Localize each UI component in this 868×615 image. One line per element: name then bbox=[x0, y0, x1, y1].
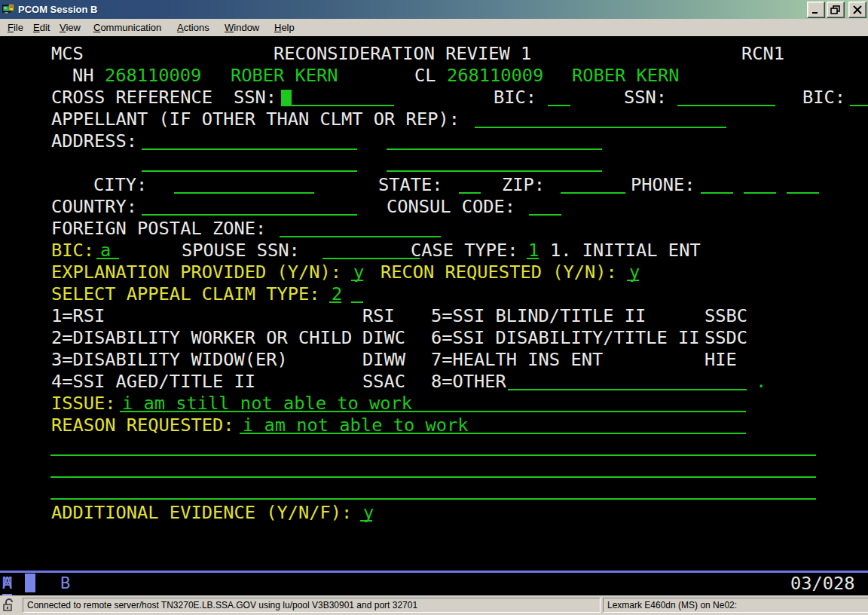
connection-status: Connected to remote server/host TN3270E.… bbox=[23, 598, 601, 613]
input-field-underline[interactable] bbox=[329, 301, 341, 303]
screen-label: CITY: bbox=[93, 174, 147, 196]
input-field-underline[interactable] bbox=[281, 105, 394, 106]
close-button[interactable] bbox=[848, 2, 866, 18]
status-bar: Connected to remote server/host TN3270E.… bbox=[0, 595, 868, 615]
app-icon bbox=[2, 4, 14, 16]
screen-label: STATE: bbox=[378, 174, 443, 196]
screen-label: 5=SSI BLIND/TITLE II bbox=[431, 305, 646, 327]
close-icon bbox=[852, 5, 863, 14]
input-field-underline[interactable] bbox=[475, 127, 726, 128]
screen-label: EXPLANATION PROVIDED (Y/N): bbox=[51, 262, 341, 283]
screen-label: SSBC bbox=[704, 305, 747, 327]
screen-label: SSDC bbox=[704, 327, 747, 349]
screen-label: BIC: bbox=[494, 87, 536, 109]
input-field-underline[interactable] bbox=[387, 170, 602, 172]
screen-label: CASE TYPE: bbox=[411, 240, 518, 262]
operator-information-area: MA B 03/028 bbox=[0, 573, 868, 595]
security-padlock-icon bbox=[2, 598, 17, 612]
input-field-underline[interactable] bbox=[387, 148, 602, 150]
oia-cursor-position: 03/028 bbox=[790, 573, 855, 594]
screen-label: SSN: bbox=[624, 87, 667, 109]
field-value: . bbox=[756, 371, 766, 393]
menu-actions[interactable]: Actions bbox=[176, 21, 211, 34]
menu-help[interactable]: Help bbox=[273, 21, 296, 34]
minimize-icon bbox=[811, 5, 821, 14]
input-field-underline[interactable] bbox=[240, 433, 746, 434]
field-value: ROBER KERN bbox=[572, 65, 680, 87]
screen-label: 8=OTHER bbox=[431, 371, 506, 393]
input-field-underline[interactable] bbox=[527, 258, 539, 259]
screen-label: FOREIGN POSTAL ZONE: bbox=[51, 218, 266, 240]
screen-label: SELECT APPEAL CLAIM TYPE: bbox=[51, 283, 320, 305]
screen-label: 4=SSI AGED/TITLE II bbox=[51, 371, 255, 393]
restore-button[interactable] bbox=[827, 2, 845, 18]
minimize-button[interactable] bbox=[807, 2, 825, 18]
input-field-underline[interactable] bbox=[142, 170, 357, 172]
screen-label: MCS bbox=[51, 43, 84, 65]
input-field-underline[interactable] bbox=[508, 389, 747, 390]
pcomm-window: { "window": { "title": "PCOM Session B" … bbox=[0, 0, 868, 615]
screen-label: HIE bbox=[704, 349, 737, 371]
input-field-underline[interactable] bbox=[787, 192, 819, 194]
screen-label: REASON REQUESTED: bbox=[51, 415, 234, 436]
input-field-underline[interactable] bbox=[701, 192, 733, 194]
menu-window[interactable]: Window bbox=[223, 21, 261, 34]
screen-label: SSAC bbox=[362, 371, 405, 393]
menu-view[interactable]: View bbox=[58, 21, 82, 34]
screen-label: BIC: bbox=[51, 240, 94, 262]
input-field-underline[interactable] bbox=[142, 148, 357, 150]
oia-session-letter: B bbox=[60, 573, 70, 594]
menu-bar: FileEditViewCommunicationActionsWindowHe… bbox=[0, 19, 868, 36]
input-field-underline[interactable] bbox=[322, 258, 420, 259]
input-field-underline[interactable] bbox=[50, 476, 816, 478]
terminal-screen[interactable]: MA B 03/028 MCSRECONSIDERATION REVIEW 1R… bbox=[0, 36, 868, 595]
input-field-underline[interactable] bbox=[351, 301, 363, 303]
oia-keyboard-lock-block bbox=[25, 574, 35, 592]
screen-label: SSN: bbox=[234, 87, 277, 109]
input-field-underline[interactable] bbox=[142, 214, 357, 216]
menu-communication[interactable]: Communication bbox=[92, 21, 163, 34]
text-cursor bbox=[281, 90, 292, 106]
screen-label: CL bbox=[414, 65, 436, 87]
screen-label: CROSS REFERENCE bbox=[51, 87, 212, 109]
screen-label: 6=SSI DISABILITY/TITLE II bbox=[431, 327, 700, 349]
screen-label: ADDITIONAL EVIDENCE (Y/N/F): bbox=[51, 502, 352, 524]
menu-edit[interactable]: Edit bbox=[32, 21, 51, 34]
screen-label: 7=HEALTH INS ENT bbox=[431, 349, 603, 371]
screen-label: 1. INITIAL ENT bbox=[550, 240, 701, 262]
input-field-underline[interactable] bbox=[548, 105, 570, 106]
field-value: 268110009 bbox=[447, 65, 543, 87]
input-field-underline[interactable] bbox=[280, 236, 441, 237]
title-bar[interactable]: PCOM Session B bbox=[0, 0, 868, 19]
screen-label: BIC: bbox=[802, 87, 845, 109]
window-title: PCOM Session B bbox=[18, 4, 807, 15]
screen-title: RECONSIDERATION REVIEW 1 bbox=[274, 43, 531, 65]
screen-label: COUNTRY: bbox=[51, 196, 137, 218]
screen-label: 1=RSI bbox=[51, 305, 105, 327]
screen-label: CONSUL CODE: bbox=[387, 196, 515, 218]
screen-label: 2=DISABILITY WORKER OR CHILD bbox=[51, 327, 352, 349]
menu-file[interactable]: File bbox=[6, 21, 25, 34]
restore-icon bbox=[830, 5, 841, 14]
input-field-underline[interactable] bbox=[529, 214, 561, 216]
input-field-underline[interactable] bbox=[50, 454, 816, 456]
input-field-underline[interactable] bbox=[850, 105, 868, 106]
screen-label: SPOUSE SSN: bbox=[182, 240, 300, 262]
screen-label: APPELLANT (IF OTHER THAN CLMT OR REP): bbox=[51, 109, 460, 130]
screen-label: DIWC bbox=[362, 327, 405, 349]
input-field-underline[interactable] bbox=[360, 520, 372, 522]
input-field-underline[interactable] bbox=[459, 192, 481, 194]
input-field-underline[interactable] bbox=[96, 258, 119, 259]
screen-label: ISSUE: bbox=[51, 393, 116, 415]
input-field-underline[interactable] bbox=[174, 192, 314, 194]
input-field-underline[interactable] bbox=[677, 105, 775, 106]
input-field-underline[interactable] bbox=[351, 280, 363, 281]
input-field-underline[interactable] bbox=[627, 280, 639, 281]
screen-label: 3=DISABILITY WIDOW(ER) bbox=[51, 349, 288, 371]
input-field-underline[interactable] bbox=[744, 192, 776, 194]
field-value: ROBER KERN bbox=[231, 65, 338, 87]
printer-status: Lexmark E460dn (MS) on Ne02: bbox=[603, 598, 868, 613]
input-field-underline[interactable] bbox=[50, 498, 816, 500]
input-field-underline[interactable] bbox=[120, 411, 746, 412]
input-field-underline[interactable] bbox=[561, 192, 625, 194]
